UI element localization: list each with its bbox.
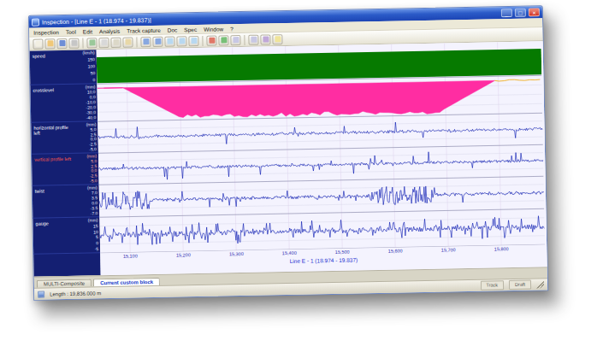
scale-tick: 150 (87, 57, 94, 62)
close-button[interactable]: × (529, 8, 540, 16)
help-icon-glyph (275, 36, 281, 42)
scale-tick: 5 (96, 236, 98, 240)
x-axis-tick: 15,500 (335, 250, 350, 255)
channel-scale-horizontal-profile-left: (mm)5.02.50.0-2.5-5.0 (76, 121, 98, 152)
channel-label-horizontal-profile-left: horizontal profile left (31, 122, 77, 154)
menu-item-?[interactable]: ? (230, 26, 234, 32)
print-icon[interactable] (68, 38, 79, 48)
scale-tick: 15 (93, 224, 98, 228)
redo-icon-glyph (155, 38, 161, 44)
x-axis-tick: 15,700 (441, 247, 456, 252)
zoom-in-icon-glyph (167, 38, 173, 44)
paste-icon[interactable] (122, 37, 133, 47)
plot-area[interactable]: 15,10015,20015,30015,40015,50015,60015,7… (97, 41, 547, 275)
copy-icon[interactable] (110, 37, 121, 47)
cut-icon[interactable] (98, 37, 109, 47)
channel-row-horizontal-profile-left[interactable]: horizontal profile left(mm)5.02.50.0-2.5… (31, 121, 98, 154)
grid-icon-glyph (251, 37, 257, 43)
table-icon-glyph (233, 37, 239, 43)
toolbar-separator (136, 37, 137, 47)
print-icon-glyph (71, 40, 77, 46)
x-axis-tick: 15,100 (123, 253, 138, 258)
channel-row-vertical-profile-left[interactable]: vertical profile left(mm)5.02.50.0-2.5-5… (32, 153, 99, 185)
channel-label-twist: twist (33, 185, 79, 218)
chart-icon[interactable] (218, 35, 228, 45)
toolbar-separator (202, 35, 203, 45)
menu-item-track-capture[interactable]: Track capture (127, 26, 161, 33)
undo-icon[interactable] (140, 37, 151, 47)
x-axis-tick: 15,200 (176, 252, 191, 257)
scale-tick: -7.0 (91, 211, 98, 215)
toolbar-separator (244, 34, 245, 44)
settings-icon-glyph (263, 36, 269, 42)
x-axis-tick: 15,300 (229, 251, 244, 256)
help-icon[interactable] (272, 34, 282, 44)
horizontal-profile-left-trace (98, 119, 542, 146)
speed-block (97, 49, 541, 83)
open-folder-icon-glyph (47, 40, 53, 46)
scale-tick: -40.0 (86, 115, 97, 120)
status-indicator-icon (38, 291, 44, 297)
save-icon[interactable] (56, 38, 67, 48)
export-icon[interactable] (86, 38, 97, 48)
status-draft-cell: Draft (509, 280, 531, 290)
zoom-fit-icon[interactable] (188, 35, 198, 45)
channel-row-twist[interactable]: twist(mm)7.03.50.0-3.5-7.0 (33, 185, 100, 218)
x-axis-tick: 15,800 (494, 246, 509, 251)
menu-item-inspection[interactable]: Inspection (33, 29, 59, 36)
channel-row-crosslevel[interactable]: crosslevel(mm)10.00.0-10.0-20.0-30.0-40.… (30, 84, 98, 122)
maximize-button[interactable]: □ (515, 9, 526, 17)
save-icon-glyph (59, 40, 65, 46)
menu-item-doc[interactable]: Doc (168, 26, 178, 32)
channel-scale-crosslevel: (mm)10.00.0-10.0-20.0-30.0-40.0 (75, 84, 98, 120)
new-file-icon[interactable] (33, 38, 43, 49)
channel-label-crosslevel: crosslevel (30, 85, 76, 122)
status-length-text: Length : 19,836.000 m (50, 291, 101, 296)
paste-icon-glyph (125, 39, 131, 45)
channel-scale-vertical-profile-left: (mm)5.02.50.0-2.5-5.0 (77, 153, 99, 184)
channel-unit-speed: (km/h) (82, 50, 94, 55)
copy-icon-glyph (113, 39, 119, 45)
channel-label-gauge: gauge (33, 218, 79, 254)
zoom-out-icon[interactable] (176, 36, 186, 46)
signal-plot[interactable] (97, 41, 545, 253)
minimize-button[interactable]: _ (501, 9, 512, 17)
main-content: speed(km/h)150100500crosslevel(mm)10.00.… (30, 41, 547, 276)
redo-icon[interactable] (152, 36, 163, 46)
channel-label-vertical-profile-left: vertical profile left (32, 154, 78, 185)
resize-grip[interactable] (536, 280, 544, 288)
marker-icon-glyph (209, 38, 215, 44)
zoom-in-icon[interactable] (164, 36, 174, 46)
crosslevel-band (104, 80, 496, 120)
menu-item-analysis[interactable]: Analysis (99, 27, 120, 33)
menu-item-window[interactable]: Window (204, 26, 223, 32)
menu-item-edit[interactable]: Edit (83, 28, 92, 34)
channel-sidebar: speed(km/h)150100500crosslevel(mm)10.00.… (30, 50, 101, 276)
scale-tick: -5 (95, 247, 99, 251)
chart-icon-glyph (221, 37, 227, 43)
table-icon[interactable] (230, 35, 240, 45)
channel-scale-speed: (km/h)150100500 (75, 50, 98, 83)
zoom-fit-icon-glyph (191, 38, 197, 44)
cut-icon-glyph (101, 39, 107, 45)
menu-item-tool[interactable]: Tool (66, 28, 76, 34)
scale-tick: 0 (92, 78, 95, 82)
status-track-cell: Track (480, 280, 504, 291)
x-axis-tick: 15,600 (388, 248, 403, 253)
scale-tick: 10 (93, 230, 98, 234)
channel-unit-gauge: (mm) (88, 218, 98, 222)
x-axis-tick: 15,400 (282, 250, 297, 255)
scale-tick: 100 (88, 64, 95, 68)
vertical-profile-left-trace (98, 150, 543, 180)
open-folder-icon[interactable] (44, 38, 55, 49)
new-file-icon-glyph (35, 41, 41, 47)
channel-row-speed[interactable]: speed(km/h)150100500 (30, 50, 98, 85)
menu-item-spec[interactable]: Spec (184, 26, 197, 32)
grid-icon[interactable] (248, 34, 258, 44)
channel-row-gauge[interactable]: gauge(mm)151050-5 (33, 217, 100, 254)
zoom-out-icon-glyph (179, 38, 185, 44)
settings-icon[interactable] (260, 34, 270, 44)
scale-tick: -5.0 (90, 179, 98, 183)
status-spacer (106, 285, 475, 292)
marker-icon[interactable] (206, 35, 216, 45)
